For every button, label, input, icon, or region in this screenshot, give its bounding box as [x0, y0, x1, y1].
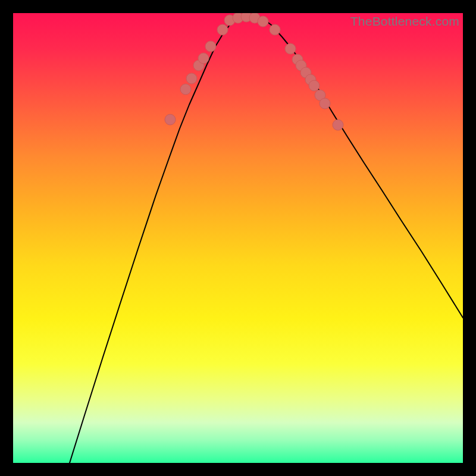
svg-point-0 [165, 114, 176, 125]
bottleneck-curve [70, 15, 463, 463]
svg-point-2 [186, 73, 197, 84]
svg-point-4 [198, 53, 209, 64]
svg-point-13 [285, 43, 296, 54]
curve-markers [165, 13, 343, 130]
curve-layer [13, 13, 463, 463]
plot-area: TheBottleneck.com [13, 13, 463, 463]
svg-point-18 [309, 80, 320, 91]
svg-point-21 [333, 120, 343, 130]
svg-point-20 [320, 98, 330, 109]
svg-point-12 [270, 24, 280, 35]
svg-point-6 [217, 24, 228, 35]
svg-point-5 [205, 41, 216, 52]
svg-point-11 [258, 16, 268, 27]
svg-point-1 [180, 84, 191, 95]
chart-frame: TheBottleneck.com [0, 0, 476, 476]
